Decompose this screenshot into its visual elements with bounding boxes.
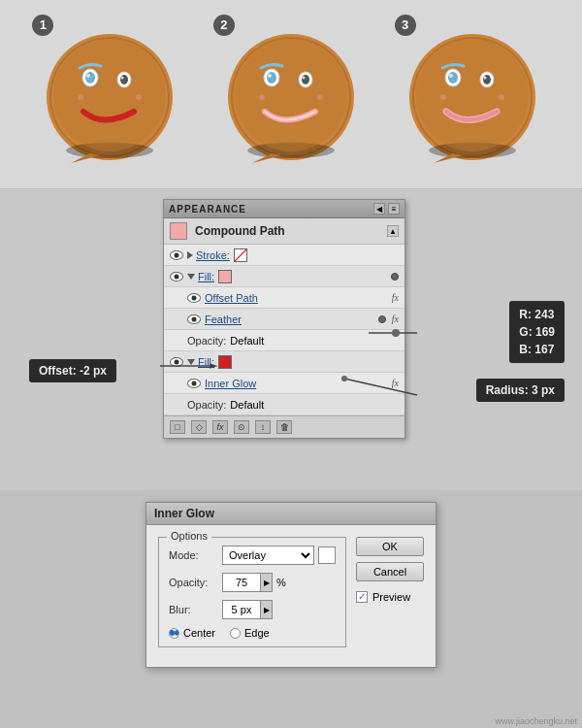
- opacity-label: Opacity:: [169, 577, 222, 588]
- svg-point-12: [136, 94, 142, 100]
- footer-fx-icon[interactable]: fx: [212, 420, 228, 434]
- fill-red-expand-icon[interactable]: [187, 359, 195, 365]
- mode-color-box[interactable]: [318, 546, 336, 564]
- offset-fx-badge: fx: [392, 292, 399, 303]
- offset-path-label[interactable]: Offset Path: [205, 292, 258, 304]
- footer-trash-icon[interactable]: 🗑: [276, 420, 292, 434]
- feather-row: Feather fx: [164, 309, 404, 330]
- center-radio[interactable]: [169, 628, 179, 639]
- fill-expand-icon[interactable]: [187, 274, 195, 280]
- panel-menu-btn[interactable]: ≡: [388, 203, 400, 215]
- fill-pink-swatch[interactable]: [218, 270, 232, 283]
- preview-checkbox[interactable]: ✓: [356, 591, 368, 603]
- r-value: R: 243: [519, 306, 555, 323]
- feather-label[interactable]: Feather: [205, 314, 242, 325]
- footer-icon-1[interactable]: □: [170, 420, 185, 434]
- compound-path-row: Compound Path ▲: [164, 218, 404, 245]
- dialog-buttons: OK Cancel ✓ Preview: [356, 537, 424, 655]
- mode-select[interactable]: Overlay: [222, 546, 314, 565]
- opacity-input[interactable]: [222, 573, 261, 592]
- b-value: B: 167: [519, 341, 555, 358]
- step-3: 3: [400, 19, 545, 170]
- stroke-swatch[interactable]: [234, 248, 247, 262]
- opacity-slider-arrow[interactable]: ▶: [261, 573, 273, 592]
- opacity-1-value: Default: [230, 335, 264, 347]
- svg-point-37: [440, 94, 446, 100]
- svg-point-20: [268, 74, 272, 78]
- panel-titlebar: APPEARANCE ◀ ≡: [164, 200, 404, 218]
- opacity-2-row: Opacity: Default: [164, 394, 404, 415]
- cancel-button[interactable]: Cancel: [356, 562, 424, 581]
- inner-glow-fx-badge: fx: [392, 378, 399, 388]
- preview-label: Preview: [372, 591, 410, 603]
- fill-red-label[interactable]: Fill:: [198, 356, 214, 368]
- offset-eye-icon[interactable]: [187, 293, 201, 303]
- dialog-titlebar: Inner Glow: [146, 503, 436, 525]
- appearance-panel: APPEARANCE ◀ ≡ Compound Path ▲ Stroke: F…: [163, 199, 405, 439]
- fill-pink-row: Fill:: [164, 266, 404, 287]
- svg-point-32: [448, 72, 458, 83]
- mode-row: Mode: Overlay: [169, 546, 336, 565]
- stroke-label[interactable]: Stroke:: [196, 249, 230, 261]
- opacity-percent: %: [276, 577, 286, 588]
- opacity-2-label: Opacity:: [187, 399, 226, 411]
- cookie-1-svg: [37, 19, 182, 170]
- opacity-1-row: Opacity: Default: [164, 330, 404, 351]
- radio-group: Center Edge: [169, 627, 336, 639]
- svg-point-7: [86, 74, 90, 78]
- scroll-button[interactable]: ▲: [387, 225, 399, 237]
- edge-radio-option[interactable]: Edge: [230, 627, 270, 639]
- svg-point-10: [121, 76, 124, 79]
- panel-footer: □ ◇ fx ⊙ ↕ 🗑: [164, 415, 404, 438]
- fill-red-swatch[interactable]: [218, 355, 232, 369]
- svg-point-23: [302, 76, 305, 79]
- svg-point-33: [449, 74, 453, 78]
- inner-glow-eye-icon[interactable]: [187, 379, 201, 388]
- dialog-body: Options Mode: Overlay Opacity:: [146, 525, 436, 667]
- fill-red-eye-icon[interactable]: [170, 357, 183, 367]
- step-number-1: 1: [32, 15, 53, 36]
- inner-glow-dialog: Inner Glow Options Mode: Overlay: [146, 502, 436, 668]
- inner-glow-label[interactable]: Inner Glow: [205, 378, 256, 389]
- edge-radio[interactable]: [230, 628, 241, 639]
- fill-eye-icon[interactable]: [170, 272, 183, 281]
- dialog-options: Options Mode: Overlay Opacity:: [158, 537, 346, 655]
- svg-point-24: [259, 94, 265, 100]
- preview-row: ✓ Preview: [356, 591, 424, 603]
- dialog-title: Inner Glow: [154, 507, 214, 520]
- panel-controls[interactable]: ◀ ≡: [373, 203, 400, 215]
- center-label: Center: [183, 627, 215, 639]
- step-2: 2: [218, 19, 364, 170]
- mode-label: Mode:: [169, 549, 222, 561]
- fill-label[interactable]: Fill:: [198, 271, 214, 282]
- options-legend: Options: [167, 530, 211, 542]
- stroke-eye-icon[interactable]: [170, 250, 183, 260]
- footer-icon-2[interactable]: ◇: [191, 420, 207, 434]
- stroke-expand-icon[interactable]: [187, 251, 193, 259]
- ok-button[interactable]: OK: [356, 537, 424, 556]
- cookie-2-svg: [218, 19, 364, 170]
- feather-eye-icon[interactable]: [187, 314, 201, 324]
- offset-path-row: Offset Path fx: [164, 287, 404, 309]
- stroke-row: Stroke:: [164, 245, 404, 266]
- center-radio-option[interactable]: Center: [169, 627, 215, 639]
- g-value: G: 169: [519, 323, 555, 341]
- opacity-1-label: Opacity:: [187, 335, 226, 347]
- compound-path-swatch: [170, 222, 187, 240]
- svg-point-9: [120, 75, 128, 84]
- cookie-3-svg: [400, 19, 545, 170]
- edge-label: Edge: [244, 627, 270, 639]
- footer-icon-4[interactable]: ↕: [255, 420, 271, 434]
- panel-title: APPEARANCE: [169, 204, 246, 215]
- step-1: 1: [37, 19, 182, 170]
- blur-slider-arrow[interactable]: ▶: [261, 600, 273, 619]
- middle-section: APPEARANCE ◀ ≡ Compound Path ▲ Stroke: F…: [0, 189, 582, 490]
- opacity-2-value: Default: [230, 399, 264, 411]
- svg-point-4: [53, 39, 166, 151]
- panel-collapse-btn[interactable]: ◀: [373, 203, 385, 215]
- footer-icon-3[interactable]: ⊙: [234, 420, 249, 434]
- compound-path-label: Compound Path: [195, 224, 285, 238]
- blur-input[interactable]: [222, 600, 261, 619]
- step-number-2: 2: [213, 15, 235, 36]
- blur-row: Blur: ▶: [169, 600, 336, 619]
